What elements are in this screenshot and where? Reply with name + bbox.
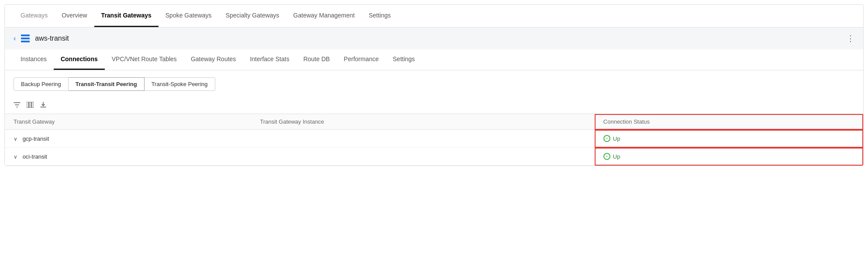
tab-vpc-vnet-route-tables[interactable]: VPC/VNet Route Tables bbox=[105, 49, 184, 70]
top-nav-gateways[interactable]: Gateways bbox=[14, 4, 55, 27]
svg-rect-4 bbox=[29, 102, 31, 108]
tab-backup-peering[interactable]: Backup Peering bbox=[14, 77, 69, 91]
peering-tabs: Backup Peering Transit-Transit Peering T… bbox=[5, 70, 863, 98]
tab-performance[interactable]: Performance bbox=[337, 49, 386, 70]
columns-icon[interactable] bbox=[27, 102, 34, 110]
connections-table: Transit Gateway Transit Gateway Instance… bbox=[5, 114, 863, 166]
tab-route-db[interactable]: Route DB bbox=[296, 49, 337, 70]
top-nav-gateway-management[interactable]: Gateway Management bbox=[286, 4, 362, 27]
svg-rect-1 bbox=[21, 38, 30, 39]
table-row: ∨ gcp-transit + Up bbox=[5, 130, 863, 148]
tab-gateway-routes[interactable]: Gateway Routes bbox=[184, 49, 243, 70]
table-container: Transit Gateway Transit Gateway Instance… bbox=[5, 114, 863, 166]
top-nav-settings[interactable]: Settings bbox=[362, 4, 398, 27]
gateway-name: aws-transit bbox=[35, 35, 841, 42]
tab-connections[interactable]: Connections bbox=[54, 49, 105, 70]
gcp-transit-instance-cell bbox=[251, 130, 594, 148]
status-circle-icon: + bbox=[603, 153, 610, 160]
second-nav: Instances Connections VPC/VNet Route Tab… bbox=[5, 49, 863, 70]
toolbar bbox=[5, 98, 863, 114]
top-nav-specialty-gateways[interactable]: Specialty Gateways bbox=[219, 4, 286, 27]
tab-settings[interactable]: Settings bbox=[386, 49, 422, 70]
tab-interface-stats[interactable]: Interface Stats bbox=[243, 49, 296, 70]
download-icon[interactable] bbox=[40, 101, 47, 110]
oci-transit-instance-cell bbox=[251, 148, 594, 166]
status-up-indicator: + Up bbox=[603, 135, 854, 142]
svg-rect-3 bbox=[27, 102, 28, 108]
svg-rect-0 bbox=[21, 35, 30, 36]
status-circle-icon: + bbox=[603, 135, 610, 142]
col-connection-status: Connection Status bbox=[595, 114, 863, 130]
tab-transit-transit-peering[interactable]: Transit-Transit Peering bbox=[69, 77, 145, 91]
svg-rect-5 bbox=[32, 102, 34, 108]
sub-header: ‹ aws-transit ⋮ bbox=[5, 28, 863, 49]
main-container: Gateways Overview Transit Gateways Spoke… bbox=[4, 4, 864, 166]
oci-transit-status-cell: + Up bbox=[595, 148, 863, 166]
list-icon[interactable] bbox=[21, 35, 30, 42]
col-transit-gateway-instance: Transit Gateway Instance bbox=[251, 114, 594, 130]
svg-rect-2 bbox=[21, 41, 30, 42]
expand-icon[interactable]: ∨ bbox=[14, 136, 17, 142]
filter-icon[interactable] bbox=[14, 101, 21, 110]
top-nav-transit-gateways[interactable]: Transit Gateways bbox=[94, 4, 158, 27]
col-transit-gateway: Transit Gateway bbox=[5, 114, 251, 130]
more-options-icon[interactable]: ⋮ bbox=[847, 34, 854, 43]
oci-transit-cell: ∨ oci-transit bbox=[5, 148, 251, 166]
tab-transit-spoke-peering[interactable]: Transit-Spoke Peering bbox=[145, 77, 215, 91]
gcp-transit-status-cell: + Up bbox=[595, 130, 863, 148]
status-up-indicator: + Up bbox=[603, 153, 854, 160]
top-nav-spoke-gateways[interactable]: Spoke Gateways bbox=[158, 4, 219, 27]
tab-instances[interactable]: Instances bbox=[14, 49, 54, 70]
gcp-transit-cell: ∨ gcp-transit bbox=[5, 130, 251, 148]
top-nav: Gateways Overview Transit Gateways Spoke… bbox=[5, 5, 863, 28]
expand-icon[interactable]: ∨ bbox=[14, 154, 17, 160]
back-icon[interactable]: ‹ bbox=[14, 35, 16, 42]
top-nav-overview[interactable]: Overview bbox=[55, 4, 94, 27]
table-row: ∨ oci-transit + Up bbox=[5, 148, 863, 166]
